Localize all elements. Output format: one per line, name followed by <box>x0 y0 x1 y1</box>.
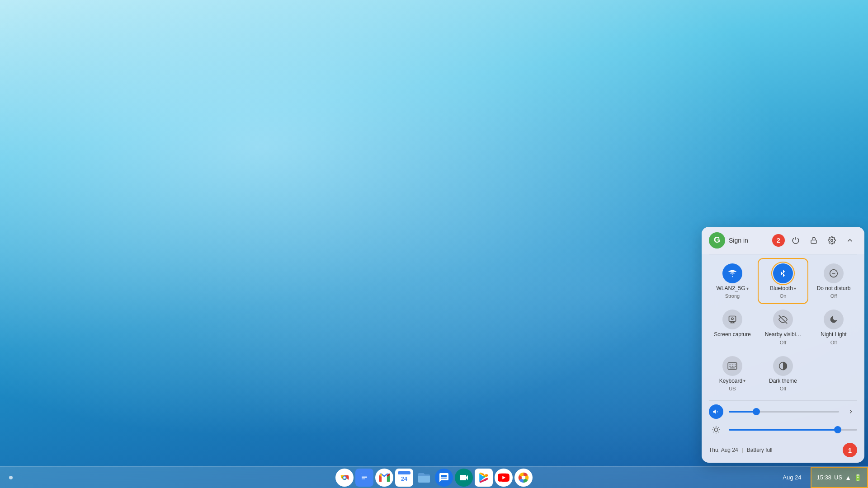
sliders-section <box>702 401 864 439</box>
svg-rect-5 <box>729 316 736 322</box>
taskbar-app-files[interactable] <box>415 469 433 487</box>
brightness-thumb[interactable] <box>834 426 841 433</box>
taskbar-time: 15:38 <box>817 474 832 481</box>
night-light-sublabel: Off <box>830 340 837 345</box>
taskbar-app-photos[interactable] <box>514 469 533 487</box>
taskbar-app-play[interactable] <box>475 469 493 487</box>
volume-fill <box>729 411 756 413</box>
svg-point-24 <box>714 428 718 432</box>
bluetooth-sublabel: On <box>780 293 787 299</box>
nearby-visibility-tile[interactable]: Nearby visibi… Off <box>758 304 808 350</box>
svg-rect-40 <box>362 477 367 478</box>
wifi-icon <box>722 263 742 283</box>
brightness-slider[interactable] <box>729 429 857 431</box>
footer-date: Thu, Aug 24 <box>709 447 738 453</box>
taskbar-wifi-icon: ▲ <box>845 474 851 481</box>
svg-text:24: 24 <box>401 476 407 482</box>
volume-slider[interactable] <box>729 411 839 413</box>
nearby-icon <box>773 310 793 329</box>
taskbar-status: Aug 24 <box>779 467 808 488</box>
user-avatar[interactable]: G <box>709 232 725 249</box>
launcher-dot <box>9 476 13 479</box>
bluetooth-tile[interactable]: Bluetooth ▾ On <box>758 258 808 304</box>
nearby-label: Nearby visibi… <box>765 331 802 338</box>
wifi-tile[interactable]: WLAN2_5G ▾ Strong <box>707 258 758 304</box>
footer-battery: Battery full <box>747 447 773 453</box>
svg-rect-43 <box>398 471 410 474</box>
power-button[interactable] <box>788 233 803 248</box>
brightness-icon <box>709 422 723 437</box>
dark-theme-tile[interactable]: Dark theme Off <box>758 351 808 397</box>
collapse-button[interactable] <box>843 233 857 248</box>
taskbar-app-youtube[interactable] <box>495 469 513 487</box>
quick-settings-tiles: WLAN2_5G ▾ Strong Bluetooth ▾ On <box>702 254 864 400</box>
volume-thumb[interactable] <box>753 408 760 415</box>
night-light-tile[interactable]: Night Light Off <box>808 304 859 350</box>
keyboard-icon <box>722 356 742 376</box>
settings-button[interactable] <box>825 233 839 248</box>
taskbar-app-chrome[interactable] <box>335 469 354 487</box>
nearby-sublabel: Off <box>780 340 786 345</box>
dark-theme-sublabel: Off <box>780 386 786 391</box>
svg-line-27 <box>713 427 714 427</box>
notification-badge[interactable]: 2 <box>772 234 785 247</box>
keyboard-label-row: Keyboard ▾ <box>719 378 745 384</box>
footer-separator: | <box>742 447 743 453</box>
lock-button[interactable] <box>807 233 821 248</box>
keyboard-sublabel: US <box>729 386 736 391</box>
keyboard-tile[interactable]: Keyboard ▾ US <box>707 351 758 397</box>
bluetooth-chevron: ▾ <box>794 286 796 291</box>
quick-settings-footer: Thu, Aug 24 | Battery full 1 <box>702 439 864 463</box>
taskbar-clock-area[interactable]: 15:38 US ▲ 🔋 <box>811 467 868 488</box>
taskbar-date-text: Aug 24 <box>783 474 801 481</box>
dark-theme-icon <box>773 356 793 376</box>
bluetooth-icon <box>773 263 793 283</box>
keyboard-chevron: ▾ <box>743 378 745 383</box>
svg-point-1 <box>831 239 833 242</box>
volume-button[interactable] <box>709 404 723 419</box>
taskbar-launcher[interactable] <box>4 470 18 485</box>
taskbar: 24 <box>0 466 868 488</box>
bluetooth-label-row: Bluetooth ▾ <box>770 285 796 291</box>
taskbar-app-calendar[interactable]: 24 <box>395 469 413 487</box>
screen-capture-tile[interactable]: Screen capture <box>707 304 758 350</box>
svg-point-6 <box>731 318 733 319</box>
taskbar-app-docs[interactable] <box>355 469 373 487</box>
taskbar-app-messages[interactable] <box>435 469 453 487</box>
quick-settings-panel: G Sign in 2 <box>702 227 864 463</box>
footer-notification-badge[interactable]: 1 <box>843 443 857 457</box>
dnd-label: Do not disturb <box>817 285 851 291</box>
do-not-disturb-tile[interactable]: Do not disturb Off <box>808 258 859 304</box>
svg-line-28 <box>718 432 719 432</box>
screen-capture-label: Screen capture <box>714 331 750 338</box>
taskbar-app-meet[interactable] <box>455 469 473 487</box>
svg-point-46 <box>522 475 525 479</box>
dnd-sublabel: Off <box>830 293 837 299</box>
svg-point-36 <box>343 476 345 479</box>
taskbar-apps: 24 <box>335 469 533 487</box>
taskbar-region: US <box>834 474 842 481</box>
wifi-label-row: WLAN2_5G ▾ <box>716 285 748 291</box>
quick-settings-header: G Sign in 2 <box>702 227 864 254</box>
svg-marker-23 <box>713 409 716 413</box>
volume-expand-button[interactable] <box>844 405 857 418</box>
svg-rect-39 <box>362 476 367 477</box>
svg-rect-0 <box>811 240 816 243</box>
sign-in-label[interactable]: Sign in <box>729 237 769 244</box>
svg-rect-41 <box>362 479 365 479</box>
dark-theme-label: Dark theme <box>769 378 797 384</box>
night-light-label: Night Light <box>821 331 846 338</box>
night-light-icon <box>824 310 844 329</box>
dnd-icon <box>824 263 844 283</box>
screen-capture-icon <box>722 310 742 329</box>
svg-point-2 <box>732 276 733 277</box>
taskbar-battery-icon: 🔋 <box>854 474 862 481</box>
date-battery-info: Thu, Aug 24 | Battery full <box>709 447 773 453</box>
taskbar-app-gmail[interactable] <box>375 469 393 487</box>
wifi-sublabel: Strong <box>725 293 740 299</box>
taskbar-left <box>0 470 18 485</box>
wifi-chevron: ▾ <box>746 286 749 291</box>
bluetooth-label: Bluetooth <box>770 285 793 291</box>
taskbar-right: Aug 24 15:38 US ▲ 🔋 <box>779 467 868 488</box>
keyboard-label: Keyboard <box>719 378 742 384</box>
